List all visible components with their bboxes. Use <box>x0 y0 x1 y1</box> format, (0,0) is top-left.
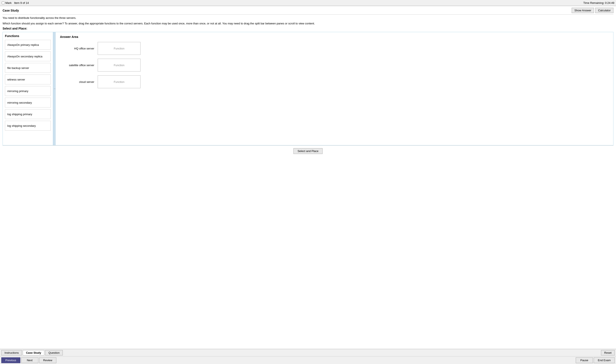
question-line1: You need to distribute functionality acr… <box>2 16 614 20</box>
top-bar: Mark Item 9 of 14 Time Remaining: 0:24:4… <box>0 0 616 6</box>
tab-instructions[interactable]: Instructions <box>1 350 22 355</box>
function-item-7[interactable]: log shipping secondary <box>5 121 51 130</box>
answer-panel: Answer Area HQ office server Function sa… <box>56 32 613 145</box>
header-buttons: Show Answer Calculator <box>572 8 614 13</box>
divider-dots: · · · · · <box>53 88 55 90</box>
mark-label: Mark <box>5 1 12 4</box>
nav-actions-left: Previous Next Review <box>1 357 56 363</box>
server-label-1: satellite office server <box>60 64 94 67</box>
case-study-header: Case Study Show Answer Calculator <box>2 8 614 14</box>
function-item-4[interactable]: mirroring primary <box>5 86 51 96</box>
case-study-title: Case Study <box>2 9 19 12</box>
show-answer-button[interactable]: Show Answer <box>572 8 594 13</box>
functions-panel: Functions AlwaysOn primary replica Alway… <box>3 32 53 145</box>
top-bar-left: Mark Item 9 of 14 <box>2 1 29 4</box>
nav-actions-right: Pause End Exam <box>576 357 615 363</box>
content-area: Case Study Show Answer Calculator You ne… <box>0 6 616 349</box>
item-info: Item 9 of 14 <box>14 1 29 4</box>
function-item-1[interactable]: AlwaysOn secondary replica <box>5 52 51 61</box>
server-label-2: cloud server <box>60 80 94 83</box>
previous-button[interactable]: Previous <box>1 357 20 363</box>
answer-row-1: satellite office server Function <box>60 59 609 72</box>
nav-tabs: Instructions Case Study Question Reset <box>0 349 616 356</box>
function-item-2[interactable]: file backup server <box>5 63 51 73</box>
answer-area-title: Answer Area <box>60 35 609 39</box>
function-item-3[interactable]: witness server <box>5 75 51 84</box>
answer-row-2: cloud server Function <box>60 75 609 88</box>
time-remaining: Time Remaining: 0:24:49 <box>583 1 614 4</box>
nav-bottom: Instructions Case Study Question Reset P… <box>0 349 616 364</box>
nav-actions: Previous Next Review Pause End Exam <box>0 356 616 364</box>
divider-handle[interactable]: · · · · · <box>53 32 56 145</box>
function-item-6[interactable]: log shipping primary <box>5 109 51 119</box>
reset-button[interactable]: Reset <box>601 350 615 355</box>
drop-zone-0[interactable]: Function <box>98 42 141 55</box>
select-and-place-label: Select and Place: <box>2 27 614 30</box>
calculator-button[interactable]: Calculator <box>595 8 614 13</box>
function-item-5[interactable]: mirroring secondary <box>5 98 51 107</box>
review-button[interactable]: Review <box>39 357 56 363</box>
select-place-bottom: Select and Place <box>2 145 614 156</box>
pause-button[interactable]: Pause <box>576 357 593 363</box>
tab-question[interactable]: Question <box>45 350 63 355</box>
tab-case-study[interactable]: Case Study <box>23 350 44 355</box>
function-item-0[interactable]: AlwaysOn primary replica <box>5 40 51 50</box>
drop-zone-2[interactable]: Function <box>98 75 141 88</box>
question-line2: Which function should you assign to each… <box>2 21 614 26</box>
end-exam-button[interactable]: End Exam <box>594 357 615 363</box>
mark-checkbox[interactable]: Mark <box>2 1 12 4</box>
drag-container: Functions AlwaysOn primary replica Alway… <box>2 32 614 145</box>
drop-zone-1[interactable]: Function <box>98 59 141 72</box>
select-and-place-button[interactable]: Select and Place <box>293 148 323 154</box>
mark-input[interactable] <box>2 1 4 4</box>
server-label-0: HQ office server <box>60 47 94 50</box>
answer-row-0: HQ office server Function <box>60 42 609 55</box>
next-button[interactable]: Next <box>21 357 38 363</box>
functions-panel-title: Functions <box>5 34 51 38</box>
nav-tabs-left: Instructions Case Study Question <box>1 350 63 355</box>
